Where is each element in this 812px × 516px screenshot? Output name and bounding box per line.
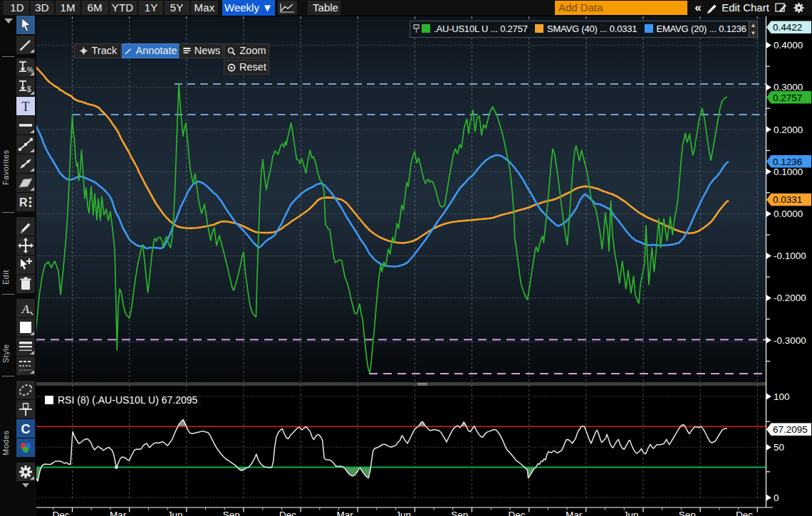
svg-text:Sep: Sep xyxy=(679,510,696,516)
svg-text:0.4000: 0.4000 xyxy=(774,40,803,51)
svg-text:67.2095: 67.2095 xyxy=(773,424,808,435)
svg-text:Mar: Mar xyxy=(110,510,127,516)
svg-text:R: R xyxy=(19,196,28,209)
svg-text:0.0331: 0.0331 xyxy=(773,194,802,205)
svg-text:Jun: Jun xyxy=(167,510,183,516)
svg-text:Dec: Dec xyxy=(508,510,525,516)
svg-text:-0.3000: -0.3000 xyxy=(774,335,806,346)
svg-text:0.1236: 0.1236 xyxy=(773,157,802,167)
svg-text:0.2000: 0.2000 xyxy=(774,125,803,135)
svg-text:Mar: Mar xyxy=(336,510,353,516)
svg-text:T: T xyxy=(22,100,30,114)
svg-text:Dec: Dec xyxy=(52,510,69,516)
svg-text:50: 50 xyxy=(774,442,784,453)
svg-text:Sep: Sep xyxy=(223,510,240,516)
svg-text:A: A xyxy=(21,302,30,316)
svg-text:C: C xyxy=(21,422,31,436)
svg-text:-0.1000: -0.1000 xyxy=(774,251,806,261)
svg-text:0: 0 xyxy=(774,493,779,503)
svg-text:100: 100 xyxy=(774,391,790,402)
svg-text:0.4422: 0.4422 xyxy=(773,22,802,33)
svg-text:-0.2000: -0.2000 xyxy=(774,293,806,303)
svg-text:Dec: Dec xyxy=(279,510,296,516)
svg-text:Dec: Dec xyxy=(736,510,753,516)
svg-text:Sep: Sep xyxy=(451,510,468,516)
svg-text:0.0000: 0.0000 xyxy=(774,209,803,219)
svg-text:0.2757: 0.2757 xyxy=(773,93,802,103)
svg-text:Jun: Jun xyxy=(623,510,639,516)
svg-text:Jun: Jun xyxy=(395,510,411,516)
svg-text:Mar: Mar xyxy=(566,510,583,516)
svg-text:0.1000: 0.1000 xyxy=(774,167,803,177)
